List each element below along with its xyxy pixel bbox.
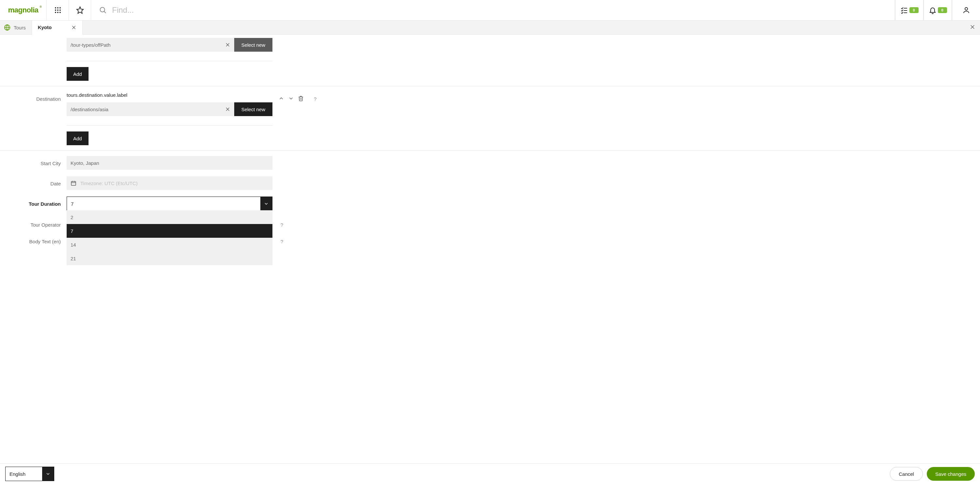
trash-icon [298, 96, 304, 101]
duration-option-14[interactable]: 14 [67, 238, 272, 251]
tour-types-path: /tour-types/offPath [67, 38, 234, 52]
duration-chevron[interactable] [260, 197, 272, 211]
close-detail-button[interactable] [970, 24, 975, 31]
section-divider [0, 86, 980, 86]
duration-option-21[interactable]: 21 [67, 251, 272, 265]
svg-point-5 [59, 10, 61, 11]
svg-marker-9 [77, 7, 83, 13]
close-icon [970, 24, 975, 30]
save-button[interactable]: Save changes [927, 467, 975, 481]
delete-button[interactable] [298, 96, 304, 102]
label-tour-operator: Tour Operator [0, 217, 61, 228]
tour-types-select-new[interactable]: Select new [234, 38, 272, 52]
destination-clear[interactable] [225, 107, 230, 112]
label-body-text: Body Text (en) [0, 234, 61, 244]
divider [67, 61, 272, 61]
svg-point-1 [57, 7, 59, 8]
logo-cell[interactable]: magnolia [0, 0, 47, 20]
duration-option-2[interactable]: 2 [67, 210, 272, 224]
body-help[interactable]: ? [278, 234, 285, 244]
close-icon [71, 25, 76, 30]
apps-grid-icon [54, 6, 62, 14]
tour-types-add-button[interactable]: Add [67, 67, 89, 81]
app-launcher-button[interactable] [47, 0, 69, 20]
svg-point-2 [59, 7, 61, 8]
start-city-input[interactable] [67, 156, 272, 170]
svg-point-8 [59, 12, 61, 13]
tab-row: Tours Kyoto [0, 21, 980, 35]
chevron-down-icon [45, 471, 51, 476]
user-icon [963, 6, 970, 14]
close-icon [225, 42, 230, 48]
svg-point-10 [100, 8, 105, 12]
duration-select[interactable]: 7 2 7 14 21 [67, 196, 272, 211]
tab-kyoto-close[interactable] [71, 25, 76, 30]
search-cell [91, 0, 895, 20]
search-icon [99, 6, 107, 14]
destination-help[interactable]: ? [312, 91, 319, 102]
destination-add-button[interactable]: Add [67, 131, 89, 145]
row-date: Date Timezone: UTC (Etc/UTC) [0, 173, 980, 193]
tour-types-clear[interactable] [225, 42, 230, 48]
row-destination: Destination tours.destination.value.labe… [0, 88, 980, 149]
favorites-button[interactable] [69, 0, 91, 20]
language-chevron[interactable] [42, 467, 54, 481]
label-destination: Destination [0, 91, 61, 102]
label-tour-duration: Tour Duration [0, 196, 61, 207]
tour-types-value: /tour-types/offPath [70, 42, 110, 48]
row-tour-types: /tour-types/offPath Select new Add [0, 35, 980, 84]
move-up-button[interactable] [278, 96, 284, 102]
label-date: Date [0, 176, 61, 187]
destination-select-new[interactable]: Select new [234, 102, 272, 116]
svg-point-4 [57, 10, 59, 11]
chevron-down-icon [288, 96, 294, 101]
svg-point-3 [55, 10, 56, 11]
chevron-down-icon [264, 201, 269, 206]
duration-dropdown: 2 7 14 21 [67, 210, 272, 265]
svg-point-0 [55, 7, 56, 8]
duration-value: 7 [67, 197, 260, 211]
destination-picker: /destinations/asia Select new [67, 102, 272, 116]
svg-line-11 [104, 11, 106, 13]
language-select[interactable]: English [5, 466, 54, 481]
move-down-button[interactable] [288, 96, 294, 102]
chevron-up-icon [278, 96, 284, 101]
duration-option-7[interactable]: 7 [67, 224, 272, 238]
close-icon [225, 107, 230, 112]
tab-kyoto[interactable]: Kyoto [32, 21, 83, 35]
tasks-icon [900, 6, 908, 14]
tasks-button[interactable]: 0 [895, 0, 923, 20]
logo-text: magnolia [8, 6, 38, 14]
tab-tours-label: Tours [14, 25, 26, 30]
svg-point-7 [57, 12, 59, 13]
label-start-city: Start City [0, 156, 61, 166]
editor-footer: English Cancel Save changes [0, 463, 980, 484]
destination-path: /destinations/asia [67, 102, 234, 116]
search-input[interactable] [111, 5, 887, 15]
date-placeholder: Timezone: UTC (Etc/UTC) [80, 181, 137, 186]
notifications-badge: 0 [938, 7, 947, 13]
divider [67, 125, 272, 126]
tour-types-picker: /tour-types/offPath Select new [67, 38, 272, 52]
star-icon [76, 6, 84, 14]
app-header: magnolia 0 0 [0, 0, 980, 21]
destination-value-label: tours.destination.value.label [67, 91, 272, 98]
profile-button[interactable] [952, 0, 980, 20]
language-value: English [6, 467, 42, 481]
bell-icon [929, 6, 937, 14]
destination-side-actions [278, 91, 304, 102]
cancel-button[interactable]: Cancel [890, 467, 923, 481]
svg-point-15 [965, 8, 967, 10]
form-content: /tour-types/offPath Select new Add Desti… [0, 35, 980, 463]
tab-tours[interactable]: Tours [0, 21, 32, 34]
row-tour-duration: Tour Duration 7 2 7 14 21 [0, 193, 980, 214]
calendar-icon [70, 180, 76, 186]
globe-icon [4, 24, 10, 31]
date-input[interactable]: Timezone: UTC (Etc/UTC) [67, 176, 272, 190]
label-tour-types [0, 38, 61, 43]
svg-rect-25 [71, 182, 76, 185]
tasks-badge: 0 [910, 7, 919, 13]
destination-value: /destinations/asia [70, 107, 108, 112]
notifications-button[interactable]: 0 [923, 0, 952, 20]
operator-help[interactable]: ? [278, 217, 285, 228]
